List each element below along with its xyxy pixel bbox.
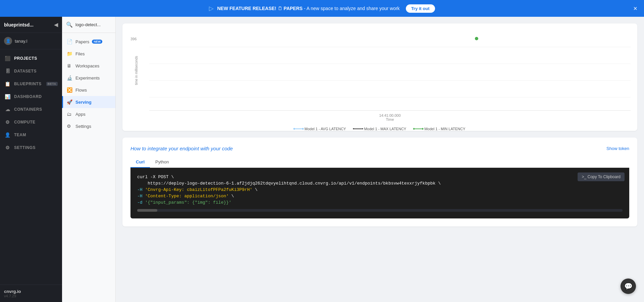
main-content: 396 time in milliseconds	[116, 17, 644, 302]
project-icon: 🔍	[66, 21, 73, 28]
new-badge: NEW	[92, 40, 102, 44]
code-line-1: curl -X POST \	[137, 174, 623, 180]
sidebar-item-containers[interactable]: ☁ CONTAINERS	[0, 103, 62, 116]
banner-close-button[interactable]: ×	[633, 5, 637, 12]
experiments-nav-icon: 🔬	[67, 75, 73, 81]
containers-icon: ☁	[5, 106, 11, 112]
code-line-2: https://deploy-logo-detection-6-1.af2jdj…	[137, 181, 623, 186]
papers-nav-icon: 📄	[67, 39, 73, 44]
code-text: curl -X POST \	[137, 174, 174, 180]
user-avatar: 👤	[4, 37, 12, 45]
user-name: tanay.l	[15, 39, 27, 44]
sidebar-item-team[interactable]: 👤 TEAM	[0, 129, 62, 141]
tab-python[interactable]: Python	[150, 157, 174, 168]
second-nav-item-papers[interactable]: 📄 Papers NEW	[62, 36, 115, 48]
tabs: Curl Python	[130, 157, 629, 168]
flows-nav-label: Flows	[75, 88, 87, 93]
svg-point-4	[475, 37, 478, 40]
files-nav-label: Files	[75, 51, 85, 56]
sidebar-collapse-button[interactable]: ◀	[54, 21, 58, 28]
sidebar-domain: cnvrg.io	[4, 289, 58, 294]
settings-label: SETTINGS	[14, 145, 36, 150]
compute-label: COMPUTE	[14, 120, 36, 124]
play-icon: ▷	[209, 5, 214, 12]
sidebar-item-settings[interactable]: ⚙ SETTINGS	[0, 141, 62, 154]
apps-nav-label: Apps	[75, 112, 86, 117]
scrollbar-thumb[interactable]	[137, 209, 157, 212]
banner-description: - A new space to analyze and share your …	[303, 6, 400, 11]
tab-curl[interactable]: Curl	[130, 157, 150, 168]
legend-min: Model 1 - MIN LATENCY	[414, 127, 465, 131]
second-nav-item-flows[interactable]: 🔀 Flows	[62, 84, 115, 96]
team-icon: 👤	[5, 132, 11, 138]
chat-bubble-button[interactable]: 💬	[621, 279, 636, 294]
integration-card: How to integrate your endpoint with your…	[122, 138, 637, 226]
integration-title-mid: with your code	[200, 146, 233, 151]
blueprints-label: BLUEPRINTS	[14, 82, 42, 86]
y-axis-label: time in milliseconds	[135, 56, 138, 85]
banner-text: NEW FEATURE RELEASE! 🗒 PAPERS - A new sp…	[217, 6, 399, 11]
integration-header: How to integrate your endpoint with your…	[130, 146, 629, 151]
papers-nav-label: Papers	[75, 39, 89, 44]
projects-label: PROJECTS	[14, 56, 37, 61]
code-text: https://deploy-logo-detection-6-1.af2jdj…	[137, 181, 441, 186]
code-text: \	[252, 187, 258, 192]
avg-latency-label: Model 1 - AVG LATENCY	[305, 127, 346, 131]
second-nav-item-settings[interactable]: ⚙ Settings	[62, 120, 115, 132]
second-nav: 📄 Papers NEW 📁 Files 🖥 Workspaces 🔬 Expe…	[62, 33, 115, 302]
code-line-5: -d '{"input_params": {"img": file}}'	[137, 200, 623, 205]
sidebar-item-blueprints[interactable]: 📋 BLUEPRINTS BETA	[0, 78, 62, 90]
min-latency-line	[414, 129, 422, 129]
second-nav-item-workspaces[interactable]: 🖥 Workspaces	[62, 60, 115, 72]
code-text: -d	[137, 200, 145, 205]
max-latency-line	[354, 129, 362, 129]
sidebar-footer: cnvrg.io v4.7.29	[0, 285, 62, 302]
project-name: logo-detect...	[75, 22, 101, 27]
max-latency-label: Model 1 - MAX LATENCY	[364, 127, 406, 131]
sidebar-item-compute[interactable]: ⚙ COMPUTE	[0, 116, 62, 129]
second-sidebar: 🔍 logo-detect... 📄 Papers NEW 📁 Files 🖥 …	[62, 17, 116, 302]
chart-svg	[149, 30, 631, 110]
new-feature-label: NEW FEATURE RELEASE!	[217, 6, 276, 11]
flows-nav-icon: 🔀	[67, 87, 73, 93]
scrollbar-track[interactable]	[137, 209, 623, 212]
sidebar-user: 👤 tanay.l	[0, 33, 62, 49]
integration-title-pre: How to integrate your endpoint	[130, 146, 200, 151]
sidebar-item-datasets[interactable]: 🗄 DATASETS	[0, 65, 62, 78]
legend-max: Model 1 - MAX LATENCY	[354, 127, 406, 131]
team-label: TEAM	[14, 133, 26, 137]
avg-latency-line	[294, 129, 303, 129]
sidebar-item-dashboard[interactable]: 📊 DASHBOARD	[0, 90, 62, 103]
chart-legend: Model 1 - AVG LATENCY Model 1 - MAX LATE…	[129, 127, 631, 131]
dashboard-icon: 📊	[5, 94, 11, 100]
second-nav-item-files[interactable]: 📁 Files	[62, 48, 115, 60]
sidebar-item-projects[interactable]: ⬛ PROJECTS	[0, 52, 62, 65]
serving-nav-icon: 🚀	[67, 99, 73, 105]
workspaces-nav-label: Workspaces	[75, 63, 99, 68]
second-nav-item-experiments[interactable]: 🔬 Experiments	[62, 72, 115, 84]
min-latency-label: Model 1 - MIN LATENCY	[424, 127, 465, 131]
code-text: 'Content-Type: application/json'	[145, 194, 229, 199]
dashboard-label: DASHBOARD	[14, 94, 42, 99]
chart-container: 396 time in milliseconds	[129, 30, 631, 124]
second-nav-item-apps[interactable]: 🗂 Apps	[62, 108, 115, 120]
code-text: '{"input_params": {"img": file}}'	[145, 200, 231, 205]
y-axis-value: 396	[130, 37, 137, 41]
settings-icon: ⚙	[5, 145, 11, 151]
sidebar-header: blueprintsd... ◀	[0, 17, 62, 33]
datasets-icon: 🗄	[5, 68, 11, 74]
legend-avg: Model 1 - AVG LATENCY	[294, 127, 346, 131]
try-it-out-button[interactable]: Try it out	[406, 4, 435, 13]
chart-card: 396 time in milliseconds	[122, 23, 637, 131]
copy-to-clipboard-button[interactable]: >_ Copy To Clipboard	[578, 172, 625, 181]
code-line-3: -H 'Cnvrg-Api-Key: cbaizLitofPFPa2fuKi3P…	[137, 187, 623, 192]
show-token-link[interactable]: Show token	[606, 146, 629, 151]
papers-label: PAPERS	[284, 6, 303, 11]
integration-title: How to integrate your endpoint with your…	[130, 146, 233, 151]
sidebar-version: v4.7.29	[4, 294, 58, 298]
code-text: -H	[137, 187, 145, 192]
code-line-4: -H 'Content-Type: application/json' \	[137, 194, 623, 199]
settings2-nav-icon: ⚙	[67, 123, 73, 129]
second-nav-item-serving[interactable]: 🚀 Serving	[62, 96, 115, 108]
settings2-nav-label: Settings	[75, 124, 91, 129]
